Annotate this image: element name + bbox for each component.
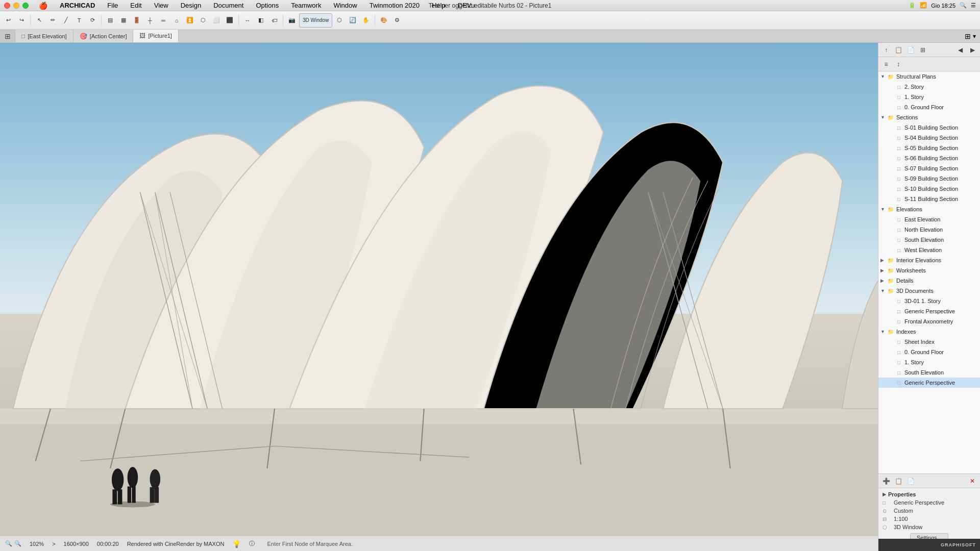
minimize-button[interactable] xyxy=(13,3,19,9)
tree-item-s10[interactable]: □ S-10 Building Section xyxy=(878,184,980,194)
panel-expand-button[interactable]: ▶ xyxy=(967,44,978,56)
tree-item-ground-floor[interactable]: □ 0. Ground Floor xyxy=(878,102,980,112)
tree-item-structural-plans[interactable]: ▼ 📁 Structural Plans xyxy=(878,71,980,82)
menu-archicad[interactable]: ARCHICAD xyxy=(58,2,97,9)
zoom-arrow[interactable]: > xyxy=(52,541,55,547)
panel-doc-button[interactable]: 📄 xyxy=(905,475,916,487)
tree-item-1story[interactable]: □ 1. Story xyxy=(878,92,980,102)
tree-item-interior-elevations[interactable]: ▶ 📁 Interior Elevations xyxy=(878,255,980,265)
menu-options[interactable]: Options xyxy=(254,2,281,9)
line-tool[interactable]: ╱ xyxy=(60,13,72,28)
tree-item-sheet-index[interactable]: □ Sheet Index xyxy=(878,337,980,347)
door-tool[interactable]: 🚪 xyxy=(131,13,143,28)
properties-title: Properties xyxy=(888,491,916,497)
panel-sort-button[interactable]: ↕ xyxy=(893,59,904,70)
panel-copy-button[interactable]: 📋 xyxy=(893,44,904,56)
menu-teamwork[interactable]: Teamwork xyxy=(289,2,323,9)
redo-button[interactable]: ↪ xyxy=(15,13,28,28)
roof-tool[interactable]: ⌂ xyxy=(170,13,183,28)
tree-item-west-elevation[interactable]: □ West Elevation xyxy=(878,245,980,255)
menu-design[interactable]: Design xyxy=(179,2,203,9)
tree-item-details[interactable]: ▶ 📁 Details xyxy=(878,276,980,286)
canvas-area[interactable]: 🔍 🔍 102% > 1600×900 00:00:20 Rendered wi… xyxy=(0,43,878,551)
pen-tool[interactable]: ✏ xyxy=(46,13,59,28)
tree-item-s11[interactable]: □ S-11 Building Section xyxy=(878,194,980,204)
menu-twinmotion[interactable]: Twinmotion 2020 xyxy=(368,2,422,9)
panel-add-button[interactable]: ➕ xyxy=(880,475,892,487)
panel-new-button[interactable]: 📄 xyxy=(905,44,916,56)
tree-item-s04[interactable]: □ S-04 Building Section xyxy=(878,133,980,143)
panel-copy2-button[interactable]: 📋 xyxy=(893,475,904,487)
label-tool[interactable]: 🏷 xyxy=(268,13,280,28)
menu-file[interactable]: File xyxy=(105,2,120,9)
panel-filter-button[interactable]: ≡ xyxy=(880,59,892,70)
zoom-out-icon[interactable]: 🔍 xyxy=(5,540,12,547)
menu-window[interactable]: Window xyxy=(331,2,359,9)
text-tool[interactable]: T xyxy=(73,13,85,28)
tab-action-center[interactable]: 🎯 [Action Center] xyxy=(74,30,134,42)
stair-tool[interactable]: ⏫ xyxy=(184,13,196,28)
dimension-tool[interactable]: ↔ xyxy=(241,13,254,28)
zoom-controls[interactable]: 🔍 🔍 xyxy=(5,540,21,547)
panel-grid-button[interactable]: ⊞ xyxy=(917,44,928,56)
panel-delete-button[interactable]: ✕ xyxy=(967,475,978,487)
zone-tool[interactable]: ⬜ xyxy=(210,13,223,28)
column-tool[interactable]: ┼ xyxy=(144,13,156,28)
perspective-btn[interactable]: ⬡ xyxy=(333,13,346,28)
panel-up-button[interactable]: ↑ xyxy=(880,44,892,56)
arrow-tool[interactable]: ↖ xyxy=(33,13,45,28)
tree-item-index-1story[interactable]: □ 1. Story xyxy=(878,357,980,367)
tree-item-south-elevation[interactable]: □ South Elevation xyxy=(878,235,980,245)
tree-item-indexes[interactable]: ▼ 📁 Indexes xyxy=(878,327,980,337)
panel-collapse-button[interactable]: ◀ xyxy=(954,44,966,56)
tree-item-2story[interactable]: □ 2. Story xyxy=(878,82,980,92)
tree-item-generic-perspective-3d[interactable]: □ Generic Perspective xyxy=(878,306,980,316)
tree-item-s07[interactable]: □ S-07 Building Section xyxy=(878,163,980,173)
tab-arrange-icon[interactable]: ⊞ xyxy=(965,32,971,40)
object-tool[interactable]: ⬡ xyxy=(197,13,209,28)
tree-item-elevations[interactable]: ▼ 📁 Elevations xyxy=(878,204,980,214)
view-grid-button[interactable]: ⊞ xyxy=(0,30,15,42)
menu-view[interactable]: View xyxy=(152,2,170,9)
orbit-btn[interactable]: 🔄 xyxy=(347,13,359,28)
tree-item-3d-documents[interactable]: ▼ 📁 3D Documents xyxy=(878,286,980,296)
close-button[interactable] xyxy=(4,3,10,9)
tree-item-index-south-elevation[interactable]: □ South Elevation xyxy=(878,367,980,378)
notification-icon[interactable]: ☰ xyxy=(971,2,976,9)
search-icon[interactable]: 🔍 xyxy=(960,2,967,9)
pan-btn[interactable]: ✋ xyxy=(360,13,372,28)
rotate-tool[interactable]: ⟳ xyxy=(86,13,99,28)
tree-item-3d01[interactable]: □ 3D-01 1. Story xyxy=(878,296,980,306)
tab-east-elevation[interactable]: □ [East Elevation] xyxy=(15,30,74,42)
render-settings-btn[interactable]: ⚙ xyxy=(391,13,403,28)
fill-tool[interactable]: ◧ xyxy=(255,13,267,28)
folder-icon: 📁 xyxy=(887,266,895,274)
camera-tool[interactable]: 📷 xyxy=(286,13,298,28)
tree-item-generic-perspective-selected[interactable]: □ Generic Perspective xyxy=(878,378,980,388)
tree-item-s09[interactable]: □ S-09 Building Section xyxy=(878,173,980,184)
render-btn[interactable]: 🎨 xyxy=(378,13,390,28)
slab-tool[interactable]: ▦ xyxy=(117,13,130,28)
tree-item-s01[interactable]: □ S-01 Building Section xyxy=(878,122,980,133)
wall-tool[interactable]: ▤ xyxy=(104,13,116,28)
undo-button[interactable]: ↩ xyxy=(2,13,14,28)
traffic-lights[interactable] xyxy=(4,3,29,9)
tree-item-north-elevation[interactable]: □ North Elevation xyxy=(878,224,980,235)
tree-item-index-ground-floor[interactable]: □ 0. Ground Floor xyxy=(878,347,980,357)
mesh-tool[interactable]: ⬛ xyxy=(224,13,236,28)
maximize-button[interactable] xyxy=(22,3,29,9)
navigator-tree[interactable]: ▼ 📁 Structural Plans □ 2. Story □ 1. Sto… xyxy=(878,71,980,473)
tree-item-east-elevation[interactable]: □ East Elevation xyxy=(878,214,980,224)
beam-tool[interactable]: ═ xyxy=(157,13,169,28)
tree-item-s05[interactable]: □ S-05 Building Section xyxy=(878,143,980,153)
menu-document[interactable]: Document xyxy=(211,2,246,9)
tab-picture1[interactable]: 🖼 [Picture1] xyxy=(133,30,178,42)
tree-item-frontal-axonometry[interactable]: □ Frontal Axonometry xyxy=(878,316,980,327)
menu-edit[interactable]: Edit xyxy=(128,2,143,9)
tree-item-sections[interactable]: ▼ 📁 Sections xyxy=(878,112,980,122)
3d-window-btn[interactable]: 3D Window xyxy=(299,13,332,28)
zoom-magnifier-icon[interactable]: 🔍 xyxy=(14,540,21,547)
tree-item-s06[interactable]: □ S-06 Building Section xyxy=(878,153,980,163)
tree-item-worksheets[interactable]: ▶ 📁 Worksheets xyxy=(878,265,980,276)
tab-dropdown-icon[interactable]: ▾ xyxy=(973,33,976,40)
